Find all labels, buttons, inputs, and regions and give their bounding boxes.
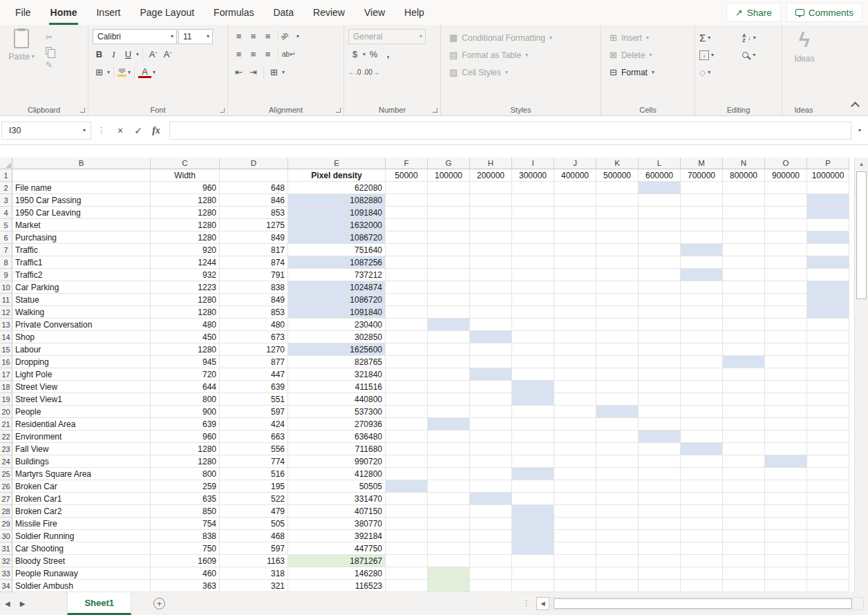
cell-L1[interactable]: 600000 [639, 169, 681, 182]
tab-formulas[interactable]: Formulas [204, 0, 263, 25]
cell-O17[interactable] [765, 368, 807, 381]
cell-J31[interactable] [554, 542, 596, 555]
cell-I17[interactable] [512, 368, 554, 381]
cell-C4[interactable]: 1280 [151, 207, 220, 219]
tab-view[interactable]: View [355, 0, 395, 25]
cell-C26[interactable]: 259 [151, 480, 220, 493]
column-header-K[interactable]: K [596, 158, 639, 169]
cell-F18[interactable] [386, 381, 428, 393]
cell-N34[interactable] [723, 580, 765, 592]
cell-E1[interactable]: Pixel density [288, 169, 386, 182]
cell-F22[interactable] [386, 430, 428, 443]
vertical-scroll-thumb[interactable] [856, 171, 867, 299]
cell-G28[interactable] [428, 505, 470, 518]
cell-D34[interactable]: 321 [220, 580, 288, 592]
cell-J25[interactable] [554, 468, 596, 480]
cell-P18[interactable] [807, 381, 849, 393]
cell-C12[interactable]: 1280 [151, 306, 220, 319]
cell-M18[interactable] [681, 381, 723, 393]
tab-page-layout[interactable]: Page Layout [130, 0, 204, 25]
insert-function-button[interactable]: fx [147, 122, 165, 140]
row-header-25[interactable]: 25 [0, 468, 12, 480]
cell-C32[interactable]: 1609 [151, 555, 220, 567]
cell-O29[interactable] [765, 518, 807, 530]
cell-M21[interactable] [681, 418, 723, 430]
cell-K4[interactable] [596, 207, 639, 219]
align-center-button[interactable]: ≡ [247, 48, 260, 62]
cell-F27[interactable] [386, 493, 428, 505]
cell-I2[interactable] [512, 182, 554, 194]
tab-review[interactable]: Review [303, 0, 355, 25]
column-header-P[interactable]: P [807, 158, 849, 169]
row-header-24[interactable]: 24 [0, 455, 12, 468]
cell-K34[interactable] [596, 580, 639, 592]
cell-B14[interactable]: Shop [12, 331, 151, 343]
cell-C10[interactable]: 1223 [151, 281, 220, 294]
cell-N7[interactable] [723, 244, 765, 256]
cell-D25[interactable]: 516 [220, 468, 288, 480]
cell-I26[interactable] [512, 480, 554, 493]
cell-O33[interactable] [765, 567, 807, 580]
cell-B12[interactable]: Walking [12, 306, 151, 319]
cell-E29[interactable]: 380770 [288, 518, 386, 530]
cell-E21[interactable]: 270936 [288, 418, 386, 430]
cell-M33[interactable] [681, 567, 723, 580]
new-sheet-button[interactable]: + [153, 598, 165, 609]
cell-M7[interactable] [681, 244, 723, 256]
cell-K13[interactable] [596, 319, 639, 331]
cell-M34[interactable] [681, 580, 723, 592]
cell-M29[interactable] [681, 518, 723, 530]
row-header-28[interactable]: 28 [0, 505, 12, 518]
cell-G32[interactable] [428, 555, 470, 567]
cell-D16[interactable]: 877 [220, 356, 288, 368]
delete-cells-button[interactable]: ⊠ Delete ▾ [605, 46, 690, 64]
cell-G15[interactable] [428, 343, 470, 356]
cell-F17[interactable] [386, 368, 428, 381]
cell-K20[interactable] [596, 406, 639, 418]
cell-O18[interactable] [765, 381, 807, 393]
cell-K18[interactable] [596, 381, 639, 393]
column-header-B[interactable]: B [12, 158, 151, 169]
cell-J5[interactable] [554, 219, 596, 231]
cell-D21[interactable]: 424 [220, 418, 288, 430]
cell-P9[interactable] [807, 269, 849, 281]
cell-K27[interactable] [596, 493, 639, 505]
merge-center-button[interactable]: ⊞ [267, 66, 281, 79]
cell-N24[interactable] [723, 455, 765, 468]
cell-N11[interactable] [723, 294, 765, 306]
formula-bar-grip-icon[interactable]: ⋮ [97, 126, 105, 135]
cell-O25[interactable] [765, 468, 807, 480]
cell-L18[interactable] [639, 381, 681, 393]
cell-L30[interactable] [639, 530, 681, 542]
share-button[interactable]: ↗ Share [726, 3, 781, 22]
ideas-button[interactable]: ϟ Ideas [786, 28, 822, 64]
wrap-text-button[interactable]: ab↵ [282, 48, 296, 62]
font-dialog-launcher-icon[interactable] [220, 108, 225, 113]
column-header-G[interactable]: G [428, 158, 470, 169]
row-header-23[interactable]: 23 [0, 443, 12, 455]
select-all-corner[interactable] [0, 158, 12, 169]
cell-N1[interactable]: 800000 [723, 169, 765, 182]
cell-K14[interactable] [596, 331, 639, 343]
cell-P5[interactable] [807, 219, 849, 231]
cell-K3[interactable] [596, 194, 639, 207]
cell-C7[interactable]: 920 [151, 244, 220, 256]
cell-B33[interactable]: People Runaway [12, 567, 151, 580]
cell-M22[interactable] [681, 430, 723, 443]
cell-B6[interactable]: Purchasing [12, 231, 151, 244]
cell-C17[interactable]: 720 [151, 368, 220, 381]
cell-G5[interactable] [428, 219, 470, 231]
cell-L3[interactable] [639, 194, 681, 207]
cell-E28[interactable]: 407150 [288, 505, 386, 518]
cell-F21[interactable] [386, 418, 428, 430]
column-header-D[interactable]: D [220, 158, 288, 169]
cell-C34[interactable]: 363 [151, 580, 220, 592]
cell-J17[interactable] [554, 368, 596, 381]
name-box[interactable]: I30 ▾ [1, 122, 91, 140]
scroll-left-button[interactable]: ◀ [536, 597, 549, 610]
cell-C8[interactable]: 1244 [151, 256, 220, 269]
cell-M23[interactable] [681, 443, 723, 455]
orientation-button[interactable]: ab [279, 27, 298, 46]
cell-P28[interactable] [807, 505, 849, 518]
cell-F5[interactable] [386, 219, 428, 231]
